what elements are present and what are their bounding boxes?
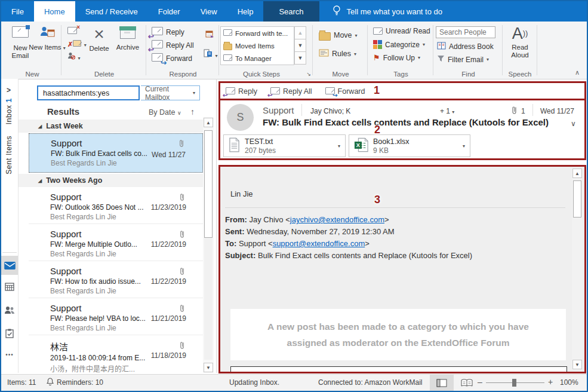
follow-up-button[interactable]: ⚑ Follow Up▾ — [373, 53, 420, 62]
status-reminders[interactable]: Reminders: 10 — [57, 378, 103, 387]
nav-more-button[interactable]: ••• — [1, 351, 18, 358]
sort-direction-button[interactable]: ↑ — [190, 107, 195, 117]
nav-tasks-button[interactable] — [1, 329, 18, 341]
ribbon-group-find: Address Book Filter Email▾ Find — [435, 22, 502, 78]
tasks-icon — [5, 329, 14, 338]
nav-people-button[interactable] — [1, 306, 18, 317]
im-reply-button[interactable]: ▾ — [204, 49, 217, 60]
zoom-slider-thumb[interactable] — [512, 379, 516, 387]
list-scrollbar[interactable]: ▲ ▼ — [203, 117, 214, 373]
tab-view[interactable]: View — [190, 1, 227, 22]
zoom-percentage[interactable]: 100% — [560, 378, 578, 387]
reading-reply-all-button[interactable]: ↩ Reply All — [270, 87, 312, 96]
quick-steps-scroll-up[interactable]: ▲ — [294, 26, 306, 39]
list-group-two-weeks-ago[interactable]: ◢ Two Weeks Ago — [19, 174, 203, 187]
normal-view-button[interactable] — [430, 375, 454, 391]
reply-all-button[interactable]: ↩ Reply All — [152, 40, 194, 50]
ribbon-group-speech: A)) Read Aloud Speech — [503, 22, 537, 78]
new-email-button[interactable]: New Email — [7, 26, 33, 60]
attachment-chip-txt[interactable]: TEST.txt 207 bytes ▾ — [223, 134, 346, 157]
categorize-icon — [373, 40, 382, 49]
quick-steps-scroll-down[interactable]: ▼ — [294, 39, 306, 52]
list-group-last-week[interactable]: ◢ Last Week — [19, 120, 203, 133]
reading-toolbar: ↩ Reply ↩ Reply All ↪ Forward — [220, 82, 585, 100]
tab-search[interactable]: Search — [263, 1, 319, 22]
ignore-button[interactable]: × — [67, 26, 77, 36]
scrollbar-track[interactable] — [204, 238, 213, 360]
filter-email-button[interactable]: Filter Email▾ — [437, 55, 489, 64]
list-item[interactable]: Support FW: Merge Multiple Outlo... Best… — [29, 225, 203, 261]
scroll-down-button[interactable]: ▼ — [572, 360, 582, 369]
sort-by-dropdown[interactable]: By Date ∨ — [149, 108, 181, 117]
reply-button[interactable]: ↩ Reply — [152, 27, 184, 37]
attachment-chip-xlsx[interactable]: X Book1.xlsx 9 KB ▾ — [349, 134, 470, 157]
delete-button[interactable]: × Delete — [87, 25, 112, 53]
expand-header-chevron-icon[interactable]: ∨ — [571, 120, 576, 128]
junk-button[interactable]: ✗ ▾ — [67, 38, 87, 49]
quick-step-forward-with[interactable]: Forward with te... — [221, 27, 294, 39]
read-aloud-button[interactable]: A)) Read Aloud — [506, 25, 534, 59]
scroll-up-button[interactable]: ▲ — [572, 169, 582, 178]
outlook-window: File Home Send / Receive Folder View Hel… — [0, 0, 588, 392]
list-item-selected[interactable]: Support FW: Bulk Find Exact cells co... … — [29, 133, 203, 173]
archive-icon — [119, 26, 136, 39]
quick-steps-more[interactable]: ▼ — [294, 51, 306, 65]
tab-send-receive[interactable]: Send / Receive — [75, 1, 148, 22]
forward-button[interactable]: ↪ Forward — [152, 53, 192, 63]
tab-file[interactable]: File — [1, 1, 34, 22]
zoom-in-button[interactable]: + — [548, 377, 553, 387]
item-date: Wed 11/27 — [152, 151, 186, 159]
nav-mail-button[interactable] — [1, 256, 18, 275]
reading-reply-button[interactable]: ↩ Reply — [226, 87, 257, 96]
avatar[interactable]: S — [227, 104, 254, 131]
expand-folder-pane-button[interactable]: > — [7, 86, 11, 94]
reading-scrollbar[interactable]: ▲ ▼ — [572, 168, 583, 370]
attachment-dropdown-icon[interactable]: ▾ — [463, 143, 465, 149]
scrollbar-thumb[interactable] — [573, 180, 581, 218]
quick-steps-dialog-launcher[interactable]: ↘ — [306, 71, 311, 77]
tab-folder[interactable]: Folder — [148, 1, 190, 22]
scroll-down-button[interactable]: ▼ — [204, 363, 213, 372]
attachment-dropdown-icon[interactable]: ▾ — [338, 143, 340, 149]
list-item[interactable]: Support FW: How to fix audio issue... Be… — [29, 262, 203, 298]
message-body: Lin Jie From: Jay Chivo <jaychivo@extend… — [220, 167, 585, 373]
message-recipients[interactable]: Jay Chivo; K — [310, 107, 350, 115]
forward-label: Forward — [166, 54, 192, 63]
to-email-link[interactable]: support@extendoffice.com — [273, 239, 365, 248]
scroll-up-button[interactable]: ▲ — [204, 118, 213, 127]
normal-view-icon — [436, 379, 447, 387]
block-sender-button[interactable]: ▾ — [67, 51, 80, 62]
new-items-button[interactable]: New Items ▾ — [35, 26, 60, 52]
address-book-button[interactable]: Address Book — [437, 42, 494, 51]
search-input[interactable] — [38, 89, 141, 97]
move-button[interactable]: Move▾ — [319, 30, 358, 41]
archive-button[interactable]: Archive — [114, 26, 141, 51]
reply-icon: ↩ — [226, 87, 235, 96]
from-email-link[interactable]: jaychivo@extendoffice.com — [290, 215, 384, 224]
tell-me-label: Tell me what you want to do — [347, 7, 442, 16]
rules-button[interactable]: Rules▾ — [319, 49, 356, 59]
rail-sent-items[interactable]: Sent Items — [5, 136, 13, 177]
quick-step-to-manager[interactable]: To Manager — [221, 52, 294, 65]
message-sender[interactable]: Support — [263, 105, 294, 115]
meeting-button[interactable] — [205, 30, 214, 41]
zoom-out-button[interactable]: – — [478, 377, 482, 387]
tell-me-box[interactable]: Tell me what you want to do — [319, 1, 442, 22]
tab-home[interactable]: Home — [34, 1, 75, 22]
search-people-input[interactable] — [436, 26, 495, 38]
quick-step-moved-items[interactable]: Moved Items — [221, 39, 294, 52]
tab-help[interactable]: Help — [227, 1, 264, 22]
categorize-button[interactable]: Categorize▾ — [373, 40, 425, 49]
reading-forward-button[interactable]: ↪ Forward — [325, 87, 365, 96]
list-item[interactable]: Support FW: Outlook 365 Does Not ... Bes… — [29, 188, 203, 224]
more-recipients-dropdown[interactable]: + 1 ▾ — [440, 107, 454, 115]
scrollbar-thumb[interactable] — [204, 130, 213, 238]
collapse-ribbon-button[interactable]: ∧ — [575, 69, 580, 76]
list-item[interactable]: Support FW: Please help! VBA to loc... B… — [29, 299, 203, 335]
reading-view-button[interactable] — [455, 375, 479, 391]
rail-inbox-item[interactable]: Inbox 1 — [5, 98, 13, 127]
unread-read-button[interactable]: Unread/ Read — [373, 27, 430, 35]
search-scope-dropdown[interactable]: Current Mailbox ▾ — [141, 85, 200, 100]
nav-calendar-button[interactable] — [1, 282, 18, 293]
list-item[interactable]: 林洁 2019-11-18 00:09:14 from E... 小汤，附件中是… — [29, 336, 203, 373]
